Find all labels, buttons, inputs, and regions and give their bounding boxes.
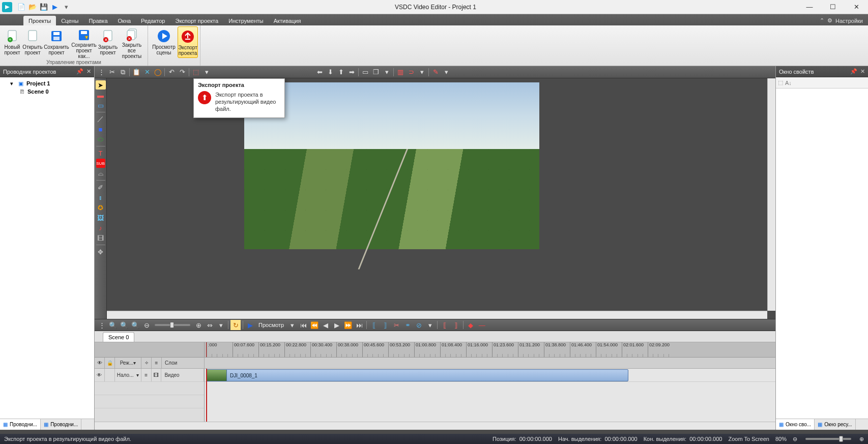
tab-activation[interactable]: Активация [269, 16, 306, 25]
more-icon[interactable]: ▾ [382, 67, 392, 77]
redo-icon[interactable]: ↷ [177, 67, 187, 77]
delete-icon[interactable]: ✕ [142, 67, 152, 77]
marker-icon[interactable]: ✎ [430, 67, 441, 77]
rect-tool-icon[interactable]: ▬ [96, 91, 106, 100]
trim-l-icon[interactable]: ⟦ [440, 320, 450, 330]
col-mode[interactable]: Реж... ▾ [115, 358, 141, 368]
pin-icon[interactable]: 📌 [76, 68, 83, 75]
pin-icon[interactable]: 📌 [850, 68, 857, 75]
pen-tool-icon[interactable]: ✐ [96, 183, 106, 192]
scene-tab-0[interactable]: Scene 0 [103, 332, 134, 342]
group-icon[interactable]: ▭ [360, 67, 370, 77]
person-tool-icon[interactable]: ✪ [96, 203, 106, 212]
zoom-minus-icon[interactable]: ⊖ [141, 320, 152, 330]
crop-icon[interactable]: ◯ [153, 67, 163, 77]
close-all-button[interactable]: ✕ Закрыть все проекты [118, 26, 146, 58]
snap-icon[interactable]: ▥ [395, 67, 406, 77]
timeline-hscroll[interactable] [95, 422, 775, 430]
split-right-icon[interactable]: ⟧ [380, 320, 390, 330]
track-film-icon[interactable]: 🎞 [152, 369, 162, 381]
play-button-icon[interactable]: ▶ [245, 320, 255, 330]
zoom-fit-icon[interactable]: 🔍 [130, 320, 140, 330]
qat-new-icon[interactable]: 📄 [16, 2, 26, 12]
open-project-button[interactable]: Открыть проект [22, 26, 43, 58]
line-tool-icon[interactable]: ／ [96, 114, 106, 124]
tab-tools[interactable]: Инструменты [223, 16, 269, 25]
qat-open-icon[interactable]: 📂 [27, 2, 38, 12]
square-tool-icon[interactable]: ■ [96, 125, 106, 134]
more-tl-icon[interactable]: ▾ [425, 320, 435, 330]
playhead-line[interactable] [206, 369, 207, 422]
timeline-clip[interactable]: DJI_0008_1 [206, 369, 628, 381]
collapse-icon[interactable]: ▾ [8, 80, 15, 87]
col-layers[interactable]: Слои [162, 358, 205, 368]
tab-windows[interactable]: Окна [113, 16, 136, 25]
timeline-tracks[interactable]: DJI_0008_1 [205, 369, 775, 422]
tab-editor[interactable]: Редактор [136, 16, 170, 25]
menu-icon[interactable]: ▾ [201, 67, 212, 77]
tab-export[interactable]: Экспорт проекта [170, 16, 223, 25]
preview-canvas[interactable] [244, 82, 539, 249]
chevron-down-icon[interactable]: ▾ [136, 372, 139, 378]
qat-play-icon[interactable]: ▶ [50, 2, 60, 12]
save-project-button[interactable]: Сохранить проект [43, 26, 70, 58]
paste-icon[interactable]: 📋 [131, 67, 141, 77]
tooltip-tool-icon[interactable]: ⌓ [96, 169, 106, 178]
text-tool-icon[interactable]: T [96, 149, 106, 158]
marker-add-icon[interactable]: ◆ [466, 320, 476, 330]
track-header-video[interactable]: 👁 Нало...▾ ≡ 🎞 Видео [95, 369, 204, 382]
new-project-button[interactable]: + Новый проект [2, 26, 22, 58]
fit-width-icon[interactable]: ⇔ [205, 320, 215, 330]
zoom-out-icon[interactable]: 🔍 [119, 320, 129, 330]
export-project-button[interactable]: Экспорт проекта [178, 26, 198, 58]
close-button[interactable]: ✕ [845, 0, 868, 14]
music-tool-icon[interactable]: ♪ [96, 223, 106, 232]
undo-icon[interactable]: ↶ [166, 67, 177, 77]
move-tool-icon[interactable]: ✥ [96, 247, 106, 256]
minimize-button[interactable]: — [798, 0, 821, 14]
ellipse-tool-icon[interactable]: ⬭ [96, 135, 106, 144]
audio-tool-icon[interactable]: 🖼 [96, 213, 106, 222]
preview-vscroll[interactable] [767, 78, 775, 311]
tab-resources[interactable]: ▦Окно ресу... [815, 419, 855, 430]
close-project-button[interactable]: ✕ Закрыть проект [98, 26, 118, 58]
unlink-icon[interactable]: ⊘ [414, 320, 424, 330]
col-visible-icon[interactable]: 👁 [95, 358, 105, 368]
tab-explorer-1[interactable]: ▦Проводни... [0, 419, 41, 430]
image-tool-icon[interactable]: ▭ [96, 101, 106, 110]
marker-del-icon[interactable]: — [477, 320, 487, 330]
track-visible-icon[interactable]: 👁 [95, 369, 105, 381]
zoom-in-icon[interactable]: 🔍 [108, 320, 118, 330]
split-left-icon[interactable]: ⟦ [369, 320, 379, 330]
project-tree[interactable]: ▾ ▣ Project 1 🖹 Scene 0 [0, 77, 94, 419]
select-icon[interactable]: ⬚ [191, 67, 201, 77]
save-as-button[interactable]: Сохранить проект как... [70, 26, 98, 58]
stack-icon[interactable]: ❐ [371, 67, 381, 77]
tab-projects[interactable]: Проекты [23, 16, 56, 25]
cut-clip-icon[interactable]: ✂ [391, 320, 401, 330]
copy-icon[interactable]: ⧉ [118, 67, 128, 77]
next-frame-icon[interactable]: ▶ [332, 320, 342, 330]
more2-icon[interactable]: ▾ [441, 67, 451, 77]
tab-scenes[interactable]: Сцены [56, 16, 83, 25]
col-fx-icon[interactable]: ✧ [141, 358, 152, 368]
align-left-icon[interactable]: ⬅ [314, 67, 325, 77]
track-fx-icon[interactable]: ≡ [141, 369, 152, 381]
settings-button[interactable]: ⌃ ⚙ Настройки [815, 16, 868, 25]
prev-frame-icon[interactable]: ◀ [321, 320, 331, 330]
trim-r-icon[interactable]: ⟧ [451, 320, 461, 330]
magnet-icon[interactable]: ⊃ [406, 67, 416, 77]
sort-icon[interactable]: A↓ [785, 80, 792, 86]
tab-edit[interactable]: Правка [83, 16, 112, 25]
align-up-icon[interactable]: ⬆ [336, 67, 346, 77]
zoom-slider[interactable] [155, 324, 190, 326]
tree-project[interactable]: ▾ ▣ Project 1 [3, 79, 91, 87]
chart-tool-icon[interactable]: ⫾ [96, 193, 106, 202]
status-zoom-label[interactable]: Zoom To Screen [728, 436, 769, 442]
maximize-button[interactable]: ☐ [821, 0, 845, 14]
film-tool-icon[interactable]: 🎞 [96, 233, 106, 243]
zoom-minus-icon[interactable]: ⊖ [793, 436, 797, 442]
link-icon[interactable]: ⚭ [402, 320, 413, 330]
drag-handle-icon[interactable]: ⋮ [96, 67, 106, 77]
zoom-plus-icon[interactable]: ⊕ [193, 320, 204, 330]
